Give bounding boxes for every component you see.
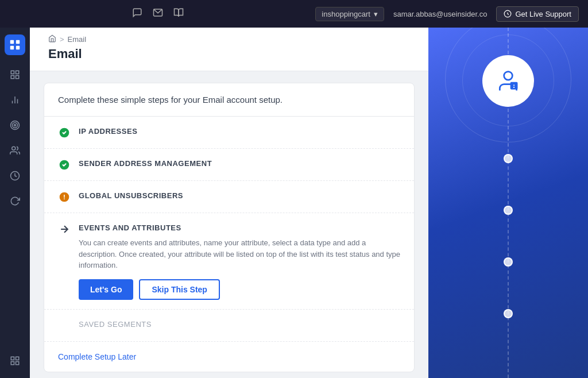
step-ip-addresses: IP ADDRESSES: [44, 117, 414, 149]
svg-point-15: [14, 125, 16, 126]
step-events-icon: [58, 223, 71, 236]
step-global-unsubscribers: ! GLOBAL UNSUBSCRIBERS: [44, 181, 414, 213]
skip-step-button[interactable]: Skip This Step: [139, 279, 219, 300]
breadcrumb: > Email: [48, 34, 410, 44]
step-sender-address: SENDER ADDRESS MANAGEMENT: [44, 149, 414, 181]
lets-go-button[interactable]: Let's Go: [79, 279, 133, 300]
svg-rect-21: [16, 362, 19, 365]
svg-rect-5: [16, 46, 20, 49]
svg-point-27: [504, 72, 513, 80]
message-icon[interactable]: [153, 7, 163, 21]
svg-rect-18: [11, 357, 14, 360]
sidebar-item-refresh[interactable]: [5, 191, 25, 211]
step-segments-title: SAVED SEGMENTS: [79, 320, 152, 329]
svg-rect-20: [11, 362, 14, 365]
svg-rect-9: [16, 76, 19, 79]
step-events-actions: Let's Go Skip This Step: [79, 279, 400, 300]
account-name: inshoppingcart: [322, 10, 370, 18]
svg-rect-2: [10, 40, 14, 44]
svg-point-14: [13, 123, 18, 128]
sidebar: [0, 28, 30, 378]
live-support-button[interactable]: Get Live Support: [496, 6, 579, 22]
step-events-title: EVENTS AND ATTRIBUTES: [79, 223, 181, 232]
main-layout: > Email Email Complete these simple step…: [0, 28, 588, 378]
user-email: samar.abbas@useinsider.co: [393, 10, 488, 18]
sidebar-bottom: [5, 350, 25, 371]
step-segments-body: SAVED SEGMENTS: [79, 319, 400, 329]
svg-rect-19: [16, 357, 19, 360]
svg-rect-7: [16, 71, 19, 74]
main-panel: > Email Email Complete these simple step…: [30, 28, 428, 378]
right-panel: [428, 28, 588, 378]
sidebar-item-people[interactable]: [5, 140, 25, 161]
account-selector[interactable]: inshoppingcart ▾: [315, 7, 384, 21]
breadcrumb-separator: >: [60, 35, 64, 44]
sidebar-item-grid[interactable]: [5, 350, 25, 371]
dropdown-icon: ▾: [374, 10, 378, 18]
step-events-attributes: EVENTS AND ATTRIBUTES You can create eve…: [44, 213, 414, 310]
step-sender-body: SENDER ADDRESS MANAGEMENT: [79, 158, 400, 168]
sidebar-logo[interactable]: [5, 34, 25, 55]
svg-text:!: !: [63, 193, 65, 200]
step-events-description: You can create events and attributes, na…: [79, 237, 400, 271]
sidebar-item-clock[interactable]: [5, 165, 25, 186]
dot-node-2: [504, 206, 513, 215]
step-ip-icon: [58, 126, 71, 139]
svg-rect-4: [10, 46, 14, 49]
step-ip-body: IP ADDRESSES: [79, 126, 400, 136]
svg-point-16: [12, 146, 16, 150]
top-nav: inshoppingcart ▾ samar.abbas@useinsider.…: [0, 0, 588, 28]
step-sender-icon: [58, 159, 71, 171]
step-unsubscribe-body: GLOBAL UNSUBSCRIBERS: [79, 190, 400, 200]
sidebar-item-dashboard[interactable]: [5, 64, 25, 85]
step-sender-title: SENDER ADDRESS MANAGEMENT: [79, 159, 212, 168]
home-icon[interactable]: [48, 34, 56, 44]
svg-rect-8: [11, 76, 14, 79]
step-saved-segments: SAVED SEGMENTS: [44, 310, 414, 342]
avatar-circle: [482, 55, 534, 107]
page-title: Email: [48, 47, 410, 61]
dot-node-3: [504, 257, 513, 267]
nav-icons: [132, 7, 184, 21]
sidebar-item-analytics[interactable]: [5, 90, 25, 110]
live-support-label: Get Live Support: [515, 10, 571, 18]
setup-card: Complete these simple steps for your Ema…: [44, 83, 415, 372]
chat-icon[interactable]: [132, 7, 142, 21]
svg-rect-3: [16, 40, 20, 44]
dot-node-4: [504, 309, 513, 318]
sidebar-item-target[interactable]: [5, 115, 25, 136]
book-icon[interactable]: [173, 7, 184, 21]
step-events-body: EVENTS AND ATTRIBUTES You can create eve…: [79, 222, 400, 300]
svg-rect-6: [11, 71, 14, 74]
step-unsubscribe-title: GLOBAL UNSUBSCRIBERS: [79, 191, 183, 200]
right-panel-inner: [428, 28, 588, 378]
step-unsubscribe-icon: !: [58, 191, 71, 203]
content-area: > Email Email Complete these simple step…: [30, 28, 588, 378]
complete-later-link[interactable]: Complete Setup Later: [44, 342, 414, 372]
breadcrumb-current: Email: [68, 35, 87, 44]
page-header: > Email Email: [30, 28, 428, 71]
setup-intro: Complete these simple steps for your Ema…: [44, 83, 414, 117]
dot-node-1: [504, 154, 513, 163]
step-ip-title: IP ADDRESSES: [79, 127, 137, 136]
step-segments-icon: [58, 319, 71, 332]
